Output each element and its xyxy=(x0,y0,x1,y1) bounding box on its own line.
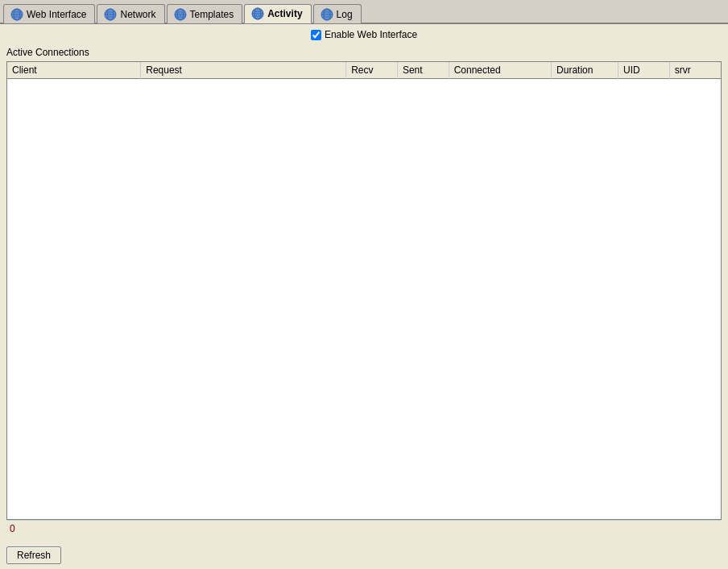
col-uid: UID xyxy=(618,62,669,79)
tab-network-label: Network xyxy=(120,9,155,20)
tab-web-interface[interactable]: Web Interface xyxy=(3,4,95,23)
templates-icon xyxy=(174,8,187,21)
col-recv: Recv xyxy=(346,62,398,79)
tab-activity-label: Activity xyxy=(267,8,302,19)
col-connected: Connected xyxy=(449,62,551,79)
enable-web-interface-row: Enable Web Interface xyxy=(6,29,722,40)
col-duration: Duration xyxy=(552,62,618,79)
col-client: Client xyxy=(7,62,141,79)
tab-templates[interactable]: Templates xyxy=(167,4,243,23)
network-icon xyxy=(104,8,117,21)
web-interface-icon xyxy=(10,8,23,21)
tab-templates-label: Templates xyxy=(190,9,234,20)
content-area: Enable Web Interface Active Connections … xyxy=(0,24,728,542)
col-request: Request xyxy=(141,62,346,79)
table-header: Client Request Recv Sent Connected Durat… xyxy=(7,62,721,79)
connections-table: Client Request Recv Sent Connected Durat… xyxy=(7,62,721,79)
connection-count: 0 xyxy=(6,520,722,537)
bottom-bar: Refresh xyxy=(0,542,728,569)
connections-table-container: Client Request Recv Sent Connected Durat… xyxy=(6,61,722,520)
tab-activity[interactable]: Activity xyxy=(244,4,311,23)
enable-web-interface-checkbox[interactable] xyxy=(311,30,321,40)
col-sent: Sent xyxy=(397,62,449,79)
log-icon xyxy=(321,8,333,21)
main-window: Web Interface Network xyxy=(0,0,728,569)
tab-network[interactable]: Network xyxy=(97,4,164,23)
tab-log-label: Log xyxy=(337,9,353,20)
refresh-button[interactable]: Refresh xyxy=(6,546,61,564)
tab-web-interface-label: Web Interface xyxy=(27,9,86,20)
col-srvr: srvr xyxy=(669,62,721,79)
tab-bar: Web Interface Network xyxy=(0,0,728,24)
tab-log[interactable]: Log xyxy=(313,4,362,23)
active-connections-title: Active Connections xyxy=(6,47,722,58)
enable-web-interface-label: Enable Web Interface xyxy=(325,29,417,40)
table-header-row: Client Request Recv Sent Connected Durat… xyxy=(7,62,721,79)
activity-icon xyxy=(251,7,264,20)
